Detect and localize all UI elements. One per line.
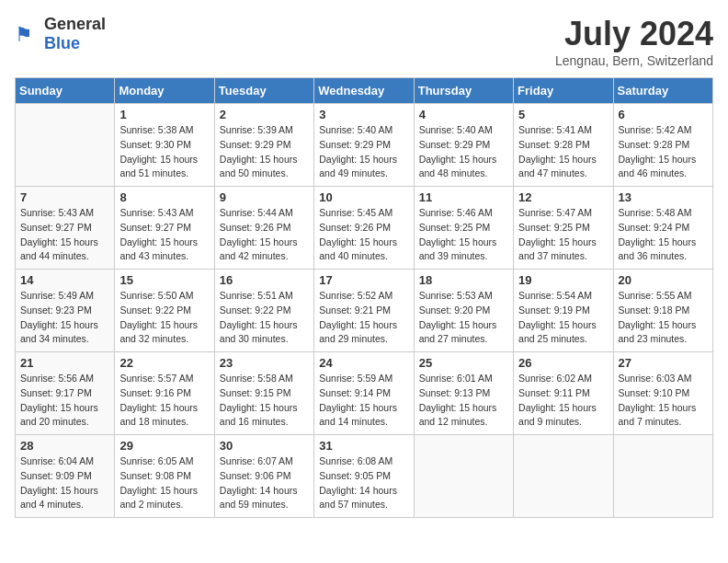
day-info: Sunrise: 5:53 AM Sunset: 9:20 PM Dayligh… [419,289,508,347]
page-header: ⚑ General Blue July 2024 Lengnau, Bern, … [15,15,713,68]
calendar-cell: 5Sunrise: 5:41 AM Sunset: 9:28 PM Daylig… [514,104,613,187]
calendar-cell: 18Sunrise: 5:53 AM Sunset: 9:20 PM Dayli… [414,270,513,352]
day-info: Sunrise: 5:56 AM Sunset: 9:17 PM Dayligh… [20,372,109,430]
day-info: Sunrise: 5:39 AM Sunset: 9:29 PM Dayligh… [220,123,309,181]
day-number: 2 [220,108,309,121]
calendar-cell: 19Sunrise: 5:54 AM Sunset: 9:19 PM Dayli… [514,270,613,352]
day-number: 21 [20,356,109,370]
calendar-cell: 26Sunrise: 6:02 AM Sunset: 9:11 PM Dayli… [514,352,613,435]
day-info: Sunrise: 5:43 AM Sunset: 9:27 PM Dayligh… [20,206,109,264]
calendar-cell: 29Sunrise: 6:05 AM Sunset: 9:08 PM Dayli… [115,435,214,518]
day-info: Sunrise: 5:42 AM Sunset: 9:28 PM Dayligh… [619,123,708,181]
day-of-week-header: Saturday [613,78,712,104]
day-number: 7 [20,190,109,204]
day-info: Sunrise: 5:45 AM Sunset: 9:26 PM Dayligh… [319,206,408,264]
day-number: 10 [319,190,408,204]
calendar-cell: 30Sunrise: 6:07 AM Sunset: 9:06 PM Dayli… [214,435,313,518]
day-number: 15 [119,273,209,287]
calendar-cell: 4Sunrise: 5:40 AM Sunset: 9:29 PM Daylig… [414,104,513,187]
day-number: 4 [419,108,508,121]
day-number: 19 [518,273,608,287]
logo-text-blue: Blue [44,34,80,52]
day-number: 31 [319,439,408,453]
calendar-week-row: 21Sunrise: 5:56 AM Sunset: 9:17 PM Dayli… [16,352,713,435]
day-info: Sunrise: 5:51 AM Sunset: 9:22 PM Dayligh… [220,289,309,347]
day-of-week-header: Thursday [414,78,513,104]
day-info: Sunrise: 5:43 AM Sunset: 9:27 PM Dayligh… [119,206,209,264]
day-info: Sunrise: 5:49 AM Sunset: 9:23 PM Dayligh… [20,289,109,347]
calendar-cell: 13Sunrise: 5:48 AM Sunset: 9:24 PM Dayli… [613,187,712,270]
calendar-cell: 27Sunrise: 6:03 AM Sunset: 9:10 PM Dayli… [613,352,712,435]
day-number: 16 [220,273,309,287]
day-number: 27 [619,356,708,370]
day-number: 9 [220,190,309,204]
day-info: Sunrise: 5:40 AM Sunset: 9:29 PM Dayligh… [419,123,508,181]
logo-text-general: General [44,15,106,33]
day-of-week-header: Sunday [16,78,115,104]
day-info: Sunrise: 5:46 AM Sunset: 9:25 PM Dayligh… [419,206,508,264]
calendar-table: SundayMondayTuesdayWednesdayThursdayFrid… [15,77,713,518]
calendar-cell [514,435,613,518]
calendar-cell [16,104,115,187]
day-number: 28 [20,439,109,453]
day-info: Sunrise: 6:05 AM Sunset: 9:08 PM Dayligh… [119,454,209,512]
day-info: Sunrise: 5:48 AM Sunset: 9:24 PM Dayligh… [619,206,708,264]
calendar-cell: 12Sunrise: 5:47 AM Sunset: 9:25 PM Dayli… [514,187,613,270]
calendar-cell: 28Sunrise: 6:04 AM Sunset: 9:09 PM Dayli… [16,435,115,518]
calendar-week-row: 7Sunrise: 5:43 AM Sunset: 9:27 PM Daylig… [16,187,713,270]
day-number: 29 [119,439,209,453]
day-info: Sunrise: 5:57 AM Sunset: 9:16 PM Dayligh… [119,372,209,430]
calendar-header-row: SundayMondayTuesdayWednesdayThursdayFrid… [16,78,713,104]
calendar-cell [414,435,513,518]
calendar-cell [613,435,712,518]
day-number: 17 [319,273,408,287]
calendar-cell: 24Sunrise: 5:59 AM Sunset: 9:14 PM Dayli… [314,352,414,435]
calendar-cell: 14Sunrise: 5:49 AM Sunset: 9:23 PM Dayli… [16,270,115,352]
day-number: 13 [619,190,708,204]
day-info: Sunrise: 6:01 AM Sunset: 9:13 PM Dayligh… [419,372,508,430]
calendar-cell: 21Sunrise: 5:56 AM Sunset: 9:17 PM Dayli… [16,352,115,435]
day-info: Sunrise: 5:52 AM Sunset: 9:21 PM Dayligh… [319,289,408,347]
day-info: Sunrise: 5:41 AM Sunset: 9:28 PM Dayligh… [518,123,608,181]
day-info: Sunrise: 6:03 AM Sunset: 9:10 PM Dayligh… [619,372,708,430]
day-of-week-header: Wednesday [314,78,414,104]
month-year-title: July 2024 [555,15,713,53]
calendar-cell: 11Sunrise: 5:46 AM Sunset: 9:25 PM Dayli… [414,187,513,270]
calendar-cell: 6Sunrise: 5:42 AM Sunset: 9:28 PM Daylig… [613,104,712,187]
logo-icon: ⚑ [15,21,40,47]
day-info: Sunrise: 5:55 AM Sunset: 9:18 PM Dayligh… [619,289,708,347]
calendar-cell: 1Sunrise: 5:38 AM Sunset: 9:30 PM Daylig… [115,104,214,187]
day-number: 25 [419,356,508,370]
calendar-cell: 16Sunrise: 5:51 AM Sunset: 9:22 PM Dayli… [214,270,313,352]
day-number: 20 [619,273,708,287]
day-info: Sunrise: 5:38 AM Sunset: 9:30 PM Dayligh… [119,123,209,181]
calendar-cell: 8Sunrise: 5:43 AM Sunset: 9:27 PM Daylig… [115,187,214,270]
calendar-cell: 25Sunrise: 6:01 AM Sunset: 9:13 PM Dayli… [414,352,513,435]
day-number: 12 [518,190,608,204]
calendar-cell: 22Sunrise: 5:57 AM Sunset: 9:16 PM Dayli… [115,352,214,435]
calendar-cell: 17Sunrise: 5:52 AM Sunset: 9:21 PM Dayli… [314,270,414,352]
day-number: 1 [119,108,209,121]
day-info: Sunrise: 6:02 AM Sunset: 9:11 PM Dayligh… [518,372,608,430]
calendar-cell: 31Sunrise: 6:08 AM Sunset: 9:05 PM Dayli… [314,435,414,518]
calendar-week-row: 14Sunrise: 5:49 AM Sunset: 9:23 PM Dayli… [16,270,713,352]
day-info: Sunrise: 5:54 AM Sunset: 9:19 PM Dayligh… [518,289,608,347]
calendar-cell: 7Sunrise: 5:43 AM Sunset: 9:27 PM Daylig… [16,187,115,270]
day-info: Sunrise: 5:47 AM Sunset: 9:25 PM Dayligh… [518,206,608,264]
location-text: Lengnau, Bern, Switzerland [555,53,713,68]
day-number: 22 [119,356,209,370]
day-number: 18 [419,273,508,287]
day-info: Sunrise: 5:40 AM Sunset: 9:29 PM Dayligh… [319,123,408,181]
svg-text:⚑: ⚑ [15,23,33,46]
day-number: 6 [619,108,708,121]
day-of-week-header: Friday [514,78,613,104]
day-info: Sunrise: 5:59 AM Sunset: 9:14 PM Dayligh… [319,372,408,430]
day-number: 30 [220,439,309,453]
day-info: Sunrise: 6:04 AM Sunset: 9:09 PM Dayligh… [20,454,109,512]
day-number: 5 [518,108,608,121]
calendar-cell: 20Sunrise: 5:55 AM Sunset: 9:18 PM Dayli… [613,270,712,352]
calendar-cell: 2Sunrise: 5:39 AM Sunset: 9:29 PM Daylig… [214,104,313,187]
day-of-week-header: Monday [115,78,214,104]
calendar-cell: 10Sunrise: 5:45 AM Sunset: 9:26 PM Dayli… [314,187,414,270]
day-info: Sunrise: 5:44 AM Sunset: 9:26 PM Dayligh… [220,206,309,264]
